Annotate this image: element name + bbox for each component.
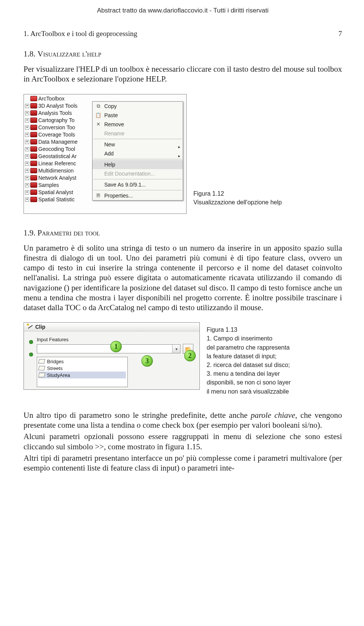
section-num: 1.9.	[24, 228, 38, 237]
fig-num: Figura 1.13	[207, 326, 237, 333]
toolbox-icon	[30, 190, 37, 195]
chapter-title: 1. ArcToolbox e i tool di geoprocessing	[24, 30, 137, 38]
tree-item[interactable]: +Multidimension	[25, 167, 91, 174]
feature-icon	[38, 373, 46, 377]
expander-icon[interactable]: +	[25, 147, 29, 151]
expander-icon[interactable]: +	[25, 183, 29, 187]
toolbox-icon	[30, 154, 37, 159]
list-item[interactable]: Streets	[39, 365, 126, 372]
fig-num: Figura 1.12	[193, 190, 224, 197]
tree-item[interactable]: +Spatial Statistic	[25, 196, 91, 203]
fig-line: del parametro che rappresenta	[207, 344, 290, 351]
expander-icon[interactable]: +	[25, 169, 29, 173]
abstract-header: Abstract tratto da www.darioflaccovio.it…	[24, 7, 342, 14]
keyword-italic: parole chiave	[251, 411, 295, 420]
menu-copy[interactable]: ⧉Copy	[93, 102, 183, 111]
tree-label: 3D Analyst Tools	[38, 103, 91, 109]
menu-new[interactable]: New	[93, 140, 183, 149]
menu-separator	[93, 179, 182, 179]
menu-label: New	[104, 141, 115, 147]
tree-item[interactable]: +Geocoding Tool	[25, 146, 91, 153]
toolbox-icon	[30, 161, 37, 166]
tree-item[interactable]: +Linear Referenc	[25, 160, 91, 167]
menu-properties[interactable]: 🖹Properties...	[93, 191, 183, 200]
blank-icon	[95, 171, 102, 177]
expander-icon[interactable]: +	[25, 154, 29, 158]
menu-paste[interactable]: 📋Paste	[93, 111, 183, 120]
tree-label: Network Analyst	[38, 175, 91, 181]
expander-icon[interactable]: +	[25, 126, 29, 130]
tree-item[interactable]: +Data Manageme	[25, 138, 91, 146]
tree-item[interactable]: +3D Analyst Tools	[25, 102, 91, 110]
section-1-8-body: Per visualizzare l'HELP di un toolbox è …	[24, 64, 342, 84]
tree-item[interactable]: +Analysis Tools	[25, 110, 91, 117]
input-features-combo[interactable]: ▾	[37, 344, 180, 353]
list-item[interactable]: Bridges	[39, 358, 126, 365]
menu-label: Rename	[104, 130, 124, 136]
expander-icon[interactable]: +	[25, 118, 29, 122]
toolbox-icon	[30, 168, 37, 173]
dropdown-arrow-icon[interactable]: ▾	[172, 345, 180, 353]
tree-item[interactable]: +Geostatistical Ar	[25, 153, 91, 160]
toolbox-icon	[30, 146, 37, 152]
fig-line: la feature dataset di input;	[207, 353, 276, 359]
list-item[interactable]: StudyArea	[39, 372, 126, 378]
blank-icon	[95, 130, 102, 136]
tree-label: Spatial Statistic	[38, 196, 91, 202]
layer-list[interactable]: Bridges Streets StudyArea	[37, 357, 128, 387]
list-label: Streets	[47, 366, 63, 371]
menu-label: Copy	[104, 103, 117, 109]
blank-icon	[95, 141, 102, 147]
menu-label: Properties...	[104, 193, 133, 199]
expander-icon[interactable]: +	[25, 198, 29, 202]
final-para-2: Alcuni parametri opzionali possono esser…	[24, 431, 342, 452]
menu-save-as[interactable]: Save As 9.0/9.1...	[93, 180, 183, 189]
tree-label: Geocoding Tool	[38, 146, 91, 152]
section-caption: Visualizzare l'help	[38, 49, 101, 58]
tree-item[interactable]: +Samples	[25, 182, 91, 189]
section-1-9-body: Un parametro è di solito una stringa di …	[24, 243, 342, 313]
expander-icon[interactable]: +	[25, 111, 29, 115]
clip-titlebar: Clip	[24, 323, 199, 331]
tree-item[interactable]: +Coverage Tools	[25, 131, 91, 138]
list-label: Bridges	[47, 359, 64, 364]
feature-icon	[38, 359, 46, 364]
section-1-9-title: 1.9. Parametri dei tool	[24, 228, 342, 238]
toolbox-icon	[30, 132, 37, 137]
section-caption: Parametri dei tool	[38, 228, 100, 237]
menu-separator	[93, 139, 182, 139]
tree-item[interactable]: +Cartography To	[25, 117, 91, 124]
menu-label: Help	[104, 162, 115, 168]
expander-icon[interactable]: +	[25, 190, 29, 195]
tree-label: Cartography To	[38, 117, 91, 123]
paste-icon: 📋	[95, 112, 102, 118]
expander-icon[interactable]: +	[25, 140, 29, 144]
blank-icon	[95, 151, 102, 157]
tree-item[interactable]: +Spatial Analyst	[25, 189, 91, 196]
expander-icon[interactable]: +	[25, 162, 29, 166]
expander-icon[interactable]: +	[25, 104, 29, 108]
toolbox-icon	[30, 103, 37, 108]
fig-text: Visualizzazione dell'opzione help	[193, 199, 282, 206]
required-dot-icon	[29, 353, 33, 356]
blank-icon	[95, 162, 102, 168]
expander-icon[interactable]: +	[25, 133, 29, 137]
fig-line: il menu non sarà visualizzabile	[207, 388, 289, 395]
tree-item[interactable]: +Network Analyst	[25, 174, 91, 182]
menu-remove[interactable]: ✕Remove	[93, 120, 183, 129]
tree-label: Coverage Tools	[38, 132, 91, 138]
callout-marker-2: 2	[184, 350, 196, 361]
tree-root[interactable]: ArcToolbox	[25, 95, 91, 102]
figure-1-12-caption: Figura 1.12 Visualizzazione dell'opzione…	[193, 189, 282, 213]
tree-item[interactable]: +Conversion Too	[25, 124, 91, 131]
tree-label: Spatial Analyst	[38, 189, 91, 195]
tree-label: Linear Referenc	[38, 160, 91, 166]
menu-help[interactable]: Help	[93, 160, 183, 169]
toolbox-icon	[30, 182, 37, 188]
toolbox-icon	[30, 175, 37, 180]
menu-add[interactable]: Add	[93, 149, 183, 158]
chapter-header: 1. ArcToolbox e i tool di geoprocessing …	[24, 30, 342, 38]
final-para-3: Altri tipi di parametri presentano inter…	[24, 453, 342, 473]
expander-icon[interactable]: +	[25, 176, 29, 180]
tree-label: Samples	[38, 182, 91, 188]
